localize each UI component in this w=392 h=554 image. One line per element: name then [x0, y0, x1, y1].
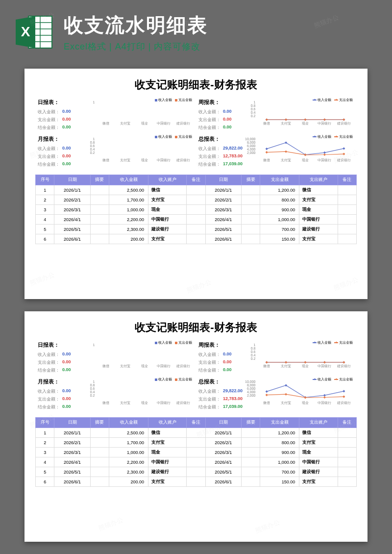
svg-text:建设银行: 建设银行 — [176, 364, 190, 368]
table-header-6: 日期 — [205, 175, 241, 185]
report-monthly-balance: 0.00 — [62, 404, 71, 410]
svg-text:中国银行: 中国银行 — [318, 122, 331, 125]
svg-rect-115 — [285, 393, 287, 396]
svg-text:2,000: 2,000 — [247, 151, 256, 154]
report-daily-chart: 收入金额 支出金额 1微信支付宝现金中国银行建设银行 — [82, 99, 196, 132]
table-header-10: 备注 — [338, 175, 356, 185]
svg-text:0.4: 0.4 — [251, 353, 256, 357]
report-total: 总报表： 收入金额：29,822.00 支出金额：12,783.00 结余金额：… — [196, 377, 357, 413]
detail-table: 序号日期摘要收入金额收入账户备注日期摘要支出金额支出账户备注 12026/1/1… — [35, 417, 357, 487]
svg-text:8,000: 8,000 — [247, 141, 256, 144]
table-header-8: 支出金额 — [260, 175, 299, 185]
chart-legend: 收入金额 支出金额 — [313, 134, 353, 139]
report-weekly-name: 周报表： — [198, 341, 243, 349]
svg-text:6,000: 6,000 — [247, 144, 256, 148]
report-daily-values: 日报表： 收入金额：0.00 支出金额：0.00 结余金额：0.00 — [35, 99, 82, 132]
report-weekly-name: 周报表： — [198, 99, 243, 106]
table-row: 52026/5/12,300.00建设银行 2026/5/1700.00建设银行 — [36, 225, 357, 234]
svg-text:中国银行: 中国银行 — [318, 401, 331, 404]
svg-text:建设银行: 建设银行 — [337, 364, 351, 368]
chart-legend: 收入金额 支出金额 — [313, 98, 353, 102]
table-header-7: 摘要 — [242, 418, 260, 428]
svg-text:0.2: 0.2 — [90, 394, 95, 397]
report-total-name: 总报表： — [198, 378, 243, 385]
svg-text:现金: 现金 — [141, 158, 148, 162]
svg-text:支付宝: 支付宝 — [281, 364, 291, 368]
sheet-title: 收支记账明细表-财务报表 — [35, 320, 357, 335]
report-total-expense: 12,783.00 — [223, 153, 243, 160]
table-header-8: 支出金额 — [260, 418, 299, 428]
svg-text:支付宝: 支付宝 — [281, 122, 291, 125]
report-monthly: 月报表： 收入金额：0.00 支出金额：0.00 结余金额：0.00 收入金额 … — [35, 134, 196, 171]
svg-text:微信: 微信 — [263, 401, 270, 405]
svg-rect-87 — [323, 361, 326, 363]
report-daily-expense: 0.00 — [62, 117, 71, 123]
svg-rect-118 — [343, 396, 345, 398]
report-total-expense: 12,783.00 — [223, 396, 243, 403]
preview-page-1: 收支记账明细表-财务报表 日报表： 收入金额：0.00 支出金额：0.00 结余… — [24, 69, 368, 299]
svg-text:0.6: 0.6 — [90, 387, 95, 390]
svg-text:4,000: 4,000 — [247, 390, 256, 394]
svg-text:微信: 微信 — [102, 401, 109, 405]
report-weekly: 周报表： 收入金额：0.00 支出金额：0.00 结余金额：0.00 收入金额 … — [196, 340, 357, 377]
report-daily: 日报表： 收入金额：0.00 支出金额：0.00 结余金额：0.00 收入金额 … — [35, 97, 196, 134]
svg-text:微信: 微信 — [102, 158, 109, 162]
report-weekly-expense: 0.00 — [223, 359, 232, 366]
table-header-0: 序号 — [36, 175, 54, 185]
svg-text:0.2: 0.2 — [251, 357, 256, 360]
report-weekly-values: 周报表： 收入金额：0.00 支出金额：0.00 结余金额：0.00 — [196, 341, 243, 375]
svg-text:支付宝: 支付宝 — [120, 401, 130, 404]
report-total-chart: 收入金额 支出金额 10,0008,0006,0004,0002,000微信支付… — [243, 378, 357, 412]
table-row: 52026/5/12,300.00建设银行 2026/5/1700.00建设银行 — [36, 467, 357, 477]
svg-rect-31 — [323, 118, 326, 121]
header-text: 收支流水明细表 Excel格式 | A4打印 | 内容可修改 — [64, 12, 377, 52]
svg-text:支付宝: 支付宝 — [120, 158, 130, 162]
svg-text:建设银行: 建设银行 — [176, 401, 190, 404]
svg-text:2,000: 2,000 — [247, 394, 256, 397]
sheet-title: 收支记账明细表-财务报表 — [35, 77, 357, 92]
report-monthly-expense: 0.00 — [62, 396, 71, 403]
svg-text:现金: 现金 — [302, 364, 309, 368]
svg-text:1: 1 — [93, 380, 95, 383]
svg-text:建设银行: 建设银行 — [176, 122, 190, 125]
chart-legend: 收入金额 支出金额 — [155, 340, 192, 345]
report-weekly: 周报表： 收入金额：0.00 支出金额：0.00 结余金额：0.00 收入金额 … — [196, 97, 357, 134]
svg-text:现金: 现金 — [302, 122, 309, 125]
report-weekly-income: 0.00 — [223, 109, 232, 115]
svg-text:10,000: 10,000 — [245, 137, 256, 141]
report-daily-balance: 0.00 — [62, 367, 71, 374]
table-row: 32026/3/11,000.00现金 2026/3/1900.00现金 — [36, 448, 357, 457]
svg-text:微信: 微信 — [102, 364, 109, 368]
table-header-1: 日期 — [54, 418, 90, 428]
report-weekly-expense: 0.00 — [223, 117, 232, 123]
report-weekly-balance: 0.00 — [223, 125, 232, 131]
report-weekly-balance: 0.00 — [223, 367, 232, 374]
report-daily-name: 日报表： — [38, 99, 82, 106]
svg-text:0.6: 0.6 — [251, 350, 256, 353]
report-total-name: 总报表： — [198, 135, 243, 143]
pages-container: 收支记账明细表-财务报表 日报表： 收入金额：0.00 支出金额：0.00 结余… — [0, 64, 392, 554]
header-title: 收支流水明细表 — [64, 12, 377, 39]
report-total-chart: 收入金额 支出金额 10,0008,0006,0004,0002,000微信支付… — [243, 135, 357, 169]
table-header-0: 序号 — [36, 418, 54, 428]
report-monthly-balance: 0.00 — [62, 161, 71, 168]
report-monthly-income: 0.00 — [62, 146, 71, 152]
report-total-values: 总报表： 收入金额：29,822.00 支出金额：12,783.00 结余金额：… — [196, 378, 243, 412]
report-total: 总报表： 收入金额：29,822.00 支出金额：12,783.00 结余金额：… — [196, 134, 357, 171]
svg-rect-32 — [343, 118, 345, 121]
svg-text:中国银行: 中国银行 — [157, 122, 171, 125]
table-row: 32026/3/11,000.00现金 2026/3/1900.00现金 — [36, 205, 357, 215]
svg-rect-53 — [266, 148, 268, 150]
svg-text:0.4: 0.4 — [90, 390, 95, 394]
report-daily-name: 日报表： — [38, 341, 82, 349]
report-daily-values: 日报表： 收入金额：0.00 支出金额：0.00 结余金额：0.00 — [35, 341, 82, 375]
svg-rect-58 — [266, 151, 268, 153]
svg-rect-85 — [285, 361, 287, 363]
chart-legend: 收入金额 支出金额 — [155, 134, 192, 139]
svg-rect-62 — [343, 153, 345, 155]
header-subtitle: Excel格式 | A4打印 | 内容可修改 — [64, 41, 377, 52]
svg-text:1: 1 — [93, 343, 95, 347]
svg-text:0.8: 0.8 — [251, 347, 256, 350]
svg-text:微信: 微信 — [102, 122, 109, 126]
svg-text:中国银行: 中国银行 — [157, 158, 171, 162]
